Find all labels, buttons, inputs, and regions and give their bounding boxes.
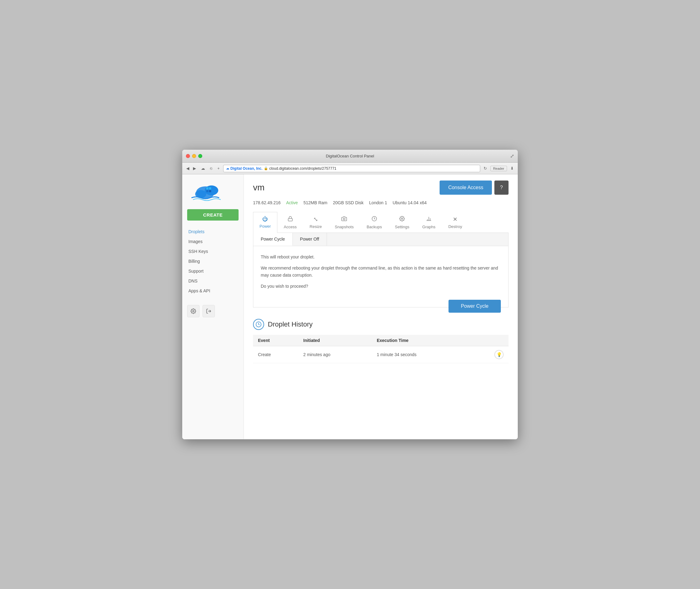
camera-icon: [341, 216, 347, 223]
tab-backups[interactable]: Backups: [360, 212, 388, 233]
forward-button[interactable]: ▶: [192, 165, 198, 172]
clock-icon: [372, 216, 377, 223]
tab-settings[interactable]: Settings: [388, 212, 416, 233]
resize-icon: ⤡: [313, 216, 318, 223]
power-description-1: This will reboot your droplet.: [261, 253, 501, 260]
tabs-bar: ⏻ Power Access ⤡ Resize: [253, 212, 508, 233]
chart-icon: [426, 216, 431, 223]
maximize-button[interactable]: [198, 154, 202, 158]
tab-backups-label: Backups: [367, 225, 382, 229]
download-button[interactable]: ⬇: [509, 165, 515, 172]
address-bar[interactable]: ☁ Digital Ocean, Inc. 🔒 cloud.digitaloce…: [223, 165, 480, 172]
browser-title: DigitalOcean Control Panel: [326, 154, 374, 158]
tab-resize-label: Resize: [310, 224, 322, 229]
table-header-row: Event Initiated Execution Time: [253, 335, 508, 346]
tab-power[interactable]: ⏻ Power: [253, 212, 277, 233]
tab-content-area: Power Cycle Power Off This will reboot y…: [253, 233, 508, 308]
main-content: vm Console Access ? 178.62.49.216 Active…: [244, 174, 518, 439]
table-row: Create 2 minutes ago 1 minute 34 seconds…: [253, 346, 508, 363]
nav-buttons[interactable]: ◀ ▶: [185, 165, 198, 172]
power-cycle-button[interactable]: Power Cycle: [448, 300, 501, 313]
help-button[interactable]: ?: [494, 181, 508, 195]
svg-rect-4: [209, 187, 211, 189]
ip-address: 178.62.49.216: [253, 200, 281, 205]
svg-rect-6: [206, 190, 209, 192]
col-event: Event: [253, 335, 298, 346]
close-button[interactable]: [186, 154, 190, 158]
col-execution-time: Execution Time: [372, 335, 471, 346]
hint-icon[interactable]: 💡: [494, 350, 503, 359]
title-bar: DigitalOcean Control Panel ⤢: [182, 150, 518, 163]
sub-tab-power-off[interactable]: Power Off: [293, 233, 327, 246]
power-description-2: We recommend rebooting your droplet thro…: [261, 265, 501, 278]
logo-area: [182, 182, 244, 209]
disk-info: 20GB SSD Disk: [333, 200, 364, 205]
settings-icon-button[interactable]: [187, 305, 200, 317]
sidebar-item-images[interactable]: Images: [182, 237, 244, 246]
sidebar-footer: [182, 305, 244, 317]
share-button[interactable]: ⎋: [209, 165, 214, 172]
url-path: cloud.digitalocean.com/droplets/2757771: [269, 166, 336, 171]
sidebar-item-droplets[interactable]: Droplets: [182, 227, 244, 237]
svg-rect-9: [288, 218, 292, 221]
power-icon: ⏻: [262, 216, 268, 222]
tab-graphs-label: Graphs: [422, 225, 435, 229]
create-button[interactable]: CREATE: [187, 209, 239, 221]
lock-icon: [288, 216, 293, 223]
gear-icon: [399, 216, 405, 223]
tab-destroy[interactable]: ✕ Destroy: [442, 212, 468, 233]
svg-rect-5: [209, 190, 211, 192]
sidebar-item-billing[interactable]: Billing: [182, 256, 244, 266]
history-header: Droplet History: [253, 319, 508, 330]
history-icon: [253, 319, 264, 330]
tab-access[interactable]: Access: [277, 212, 303, 233]
tab-access-label: Access: [284, 225, 297, 229]
tab-snapshots-label: Snapshots: [335, 225, 354, 229]
destroy-icon: ✕: [453, 216, 457, 223]
tab-graphs[interactable]: Graphs: [416, 212, 442, 233]
tab-resize[interactable]: ⤡ Resize: [303, 212, 328, 233]
brand-logo: [189, 182, 229, 202]
history-table: Event Initiated Execution Time Create 2 …: [253, 335, 508, 363]
reader-button[interactable]: Reader: [490, 166, 507, 171]
tab-settings-label: Settings: [395, 225, 409, 229]
sidebar-item-ssh-keys[interactable]: SSH Keys: [182, 246, 244, 256]
tab-body: This will reboot your droplet. We recomm…: [253, 246, 508, 307]
header-actions: Console Access ?: [439, 181, 508, 195]
sidebar-item-support[interactable]: Support: [182, 266, 244, 276]
status-badge: Active: [286, 200, 298, 205]
console-access-button[interactable]: Console Access: [439, 181, 492, 195]
tab-destroy-label: Destroy: [448, 224, 462, 229]
region-info: London 1: [369, 200, 387, 205]
resize-icon[interactable]: ⤢: [510, 153, 514, 159]
tab-power-label: Power: [260, 224, 271, 229]
history-section: Droplet History Event Initiated Executio…: [253, 319, 508, 363]
sub-tabs-bar: Power Cycle Power Off: [253, 233, 508, 246]
cell-execution-time: 1 minute 34 seconds: [372, 346, 471, 363]
cloud-button[interactable]: ☁: [200, 165, 207, 172]
cell-initiated: 2 minutes ago: [298, 346, 372, 363]
sub-tab-power-cycle[interactable]: Power Cycle: [253, 233, 293, 246]
tab-snapshots[interactable]: Snapshots: [328, 212, 360, 233]
power-description-3: Do you wish to proceed?: [261, 283, 501, 289]
logout-icon-button[interactable]: [203, 305, 215, 317]
history-title: Droplet History: [268, 320, 312, 328]
window-controls[interactable]: [186, 154, 202, 158]
back-button[interactable]: ◀: [185, 165, 191, 172]
cell-hint: 💡: [471, 346, 508, 363]
droplet-meta: 178.62.49.216 Active 512MB Ram 20GB SSD …: [253, 200, 508, 205]
sidebar-navigation: Droplets Images SSH Keys Billing Support…: [182, 227, 244, 296]
ram-info: 512MB Ram: [304, 200, 328, 205]
col-actions: [471, 335, 508, 346]
refresh-button[interactable]: ↻: [482, 165, 488, 172]
sidebar-item-apps-api[interactable]: Apps & API: [182, 286, 244, 296]
minimize-button[interactable]: [192, 154, 196, 158]
cell-event: Create: [253, 346, 298, 363]
page-header: vm Console Access ?: [253, 181, 508, 195]
droplet-name: vm: [253, 183, 265, 193]
sidebar-item-dns[interactable]: DNS: [182, 276, 244, 286]
browser-window: DigitalOcean Control Panel ⤢ ◀ ▶ ☁ ⎋ + ☁…: [182, 150, 518, 439]
svg-point-10: [343, 218, 345, 220]
sidebar: CREATE Droplets Images SSH Keys Billing …: [182, 174, 244, 439]
new-tab-button[interactable]: +: [216, 165, 221, 172]
